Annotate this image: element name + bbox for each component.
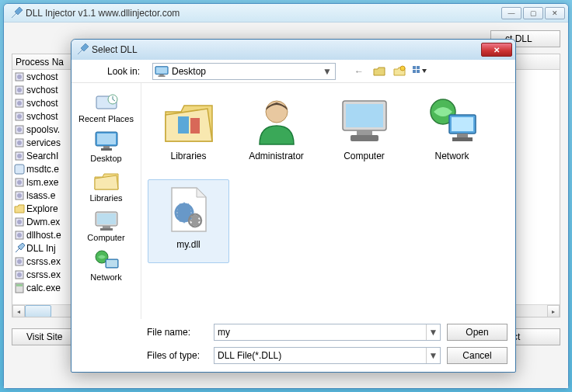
process-name: Explore	[26, 203, 58, 214]
places-bar: Recent PlacesDesktopLibrariesComputerNet…	[72, 83, 141, 319]
new-folder-icon[interactable]	[392, 64, 407, 79]
filename-label: File name:	[147, 327, 208, 338]
desktop-icon	[155, 65, 169, 78]
svg-rect-61	[457, 134, 468, 137]
file-label: Libraries	[170, 151, 206, 161]
svg-rect-56	[357, 130, 372, 135]
scroll-right-arrow[interactable]: ▸	[547, 305, 560, 317]
minimize-button[interactable]: —	[501, 7, 521, 19]
svg-rect-47	[100, 228, 113, 231]
svg-rect-36	[413, 70, 416, 73]
svg-rect-43	[101, 148, 112, 151]
process-name: svchost	[26, 98, 58, 109]
svg-point-26	[17, 272, 22, 277]
place-label: Recent Places	[78, 114, 134, 123]
process-name: DLL Inj	[26, 243, 56, 254]
process-name: services	[26, 137, 61, 148]
file-label: my.dll	[176, 239, 200, 250]
process-name: calc.exe	[26, 283, 61, 293]
file-item[interactable]: Computer	[323, 91, 405, 175]
svg-point-24	[17, 259, 22, 264]
svg-point-5	[17, 101, 22, 106]
svg-rect-45	[97, 213, 116, 224]
svg-rect-55	[346, 104, 383, 127]
process-name: dllhost.e	[26, 230, 61, 241]
svg-rect-31	[159, 74, 163, 75]
filename-input[interactable]	[214, 327, 426, 338]
filetype-arrow-icon: ▼	[426, 348, 440, 363]
view-menu-icon[interactable]	[412, 64, 427, 79]
place-item-libraries[interactable]: Libraries	[75, 165, 138, 205]
file-area[interactable]: LibrariesAdministratorComputerNetworkmy.…	[141, 83, 515, 319]
place-label: Network	[90, 272, 121, 282]
process-name: Dwm.ex	[26, 217, 60, 227]
maximize-button[interactable]: ▢	[523, 7, 543, 19]
filename-arrow-icon: ▼	[426, 324, 440, 340]
file-item[interactable]: Administrator	[235, 91, 317, 175]
place-label: Libraries	[89, 193, 122, 203]
filetype-combo[interactable]: ▼	[214, 347, 441, 364]
process-name: csrss.ex	[26, 269, 61, 280]
process-name: lsass.e	[26, 190, 55, 201]
file-item[interactable]: Libraries	[148, 91, 229, 175]
place-item-network[interactable]: Network	[75, 245, 138, 284]
svg-point-18	[17, 193, 22, 198]
scroll-left-arrow[interactable]: ◂	[12, 305, 25, 317]
file-item[interactable]: Network	[411, 91, 493, 175]
svg-rect-28	[16, 284, 23, 286]
up-icon[interactable]	[371, 64, 387, 79]
combo-arrow-icon: ▼	[321, 66, 333, 77]
place-item-computer[interactable]: Computer	[75, 205, 138, 245]
svg-point-16	[17, 180, 22, 185]
place-label: Computer	[87, 233, 124, 242]
svg-point-3	[17, 88, 22, 92]
svg-rect-37	[417, 70, 420, 73]
svg-rect-41	[97, 134, 116, 144]
process-name: SearchI	[26, 151, 58, 161]
svg-rect-62	[452, 137, 473, 141]
back-icon[interactable]: ←	[351, 64, 367, 79]
svg-rect-32	[159, 75, 166, 76]
filename-combo[interactable]: ▼	[214, 324, 441, 341]
cancel-button[interactable]: Cancel	[447, 347, 507, 364]
place-item-recent[interactable]: Recent Places	[75, 86, 138, 126]
app-icon	[10, 7, 23, 19]
dialog-titlebar[interactable]: Select DLL ✕	[72, 40, 515, 60]
main-titlebar[interactable]: DLL Injector v1.1 www.dllinjector.com — …	[4, 4, 568, 23]
svg-rect-14	[15, 165, 24, 174]
dialog-icon	[76, 43, 89, 56]
dialog-body: Recent PlacesDesktopLibrariesComputerNet…	[72, 83, 515, 319]
filetype-label: Files of type:	[147, 350, 208, 361]
file-label: Computer	[344, 151, 385, 161]
open-button[interactable]: Open	[447, 324, 507, 341]
process-name: svchost	[26, 85, 58, 95]
scroll-thumb[interactable]	[25, 305, 51, 317]
dialog-toolbar: Look in: Desktop ▼ ←	[72, 60, 515, 83]
process-name: csrss.ex	[26, 256, 61, 267]
svg-point-33	[400, 66, 405, 71]
file-item[interactable]: my.dll	[148, 179, 229, 263]
svg-rect-60	[452, 117, 473, 131]
svg-point-9	[17, 127, 22, 132]
place-label: Desktop	[90, 154, 121, 163]
lookin-value: Desktop	[172, 66, 321, 77]
svg-rect-46	[103, 226, 110, 228]
svg-rect-42	[103, 146, 110, 148]
svg-rect-30	[156, 67, 167, 73]
dialog-close-button[interactable]: ✕	[481, 43, 512, 57]
file-dialog: Select DLL ✕ Look in: Desktop ▼ ← Recent…	[71, 39, 516, 373]
dialog-bottom: File name: ▼ Open Files of type: ▼ Cance…	[72, 319, 515, 372]
svg-point-13	[17, 154, 22, 158]
svg-rect-34	[413, 66, 416, 69]
process-name: svchost	[26, 71, 58, 82]
process-name: lsm.exe	[26, 177, 58, 188]
svg-rect-51	[178, 116, 189, 134]
svg-rect-35	[417, 66, 420, 69]
visit-site-button[interactable]: Visit Site	[12, 328, 77, 345]
place-item-desktop[interactable]: Desktop	[75, 126, 138, 165]
filetype-input[interactable]	[214, 350, 426, 361]
svg-rect-57	[351, 135, 378, 141]
lookin-label: Look in:	[78, 66, 140, 77]
main-close-button[interactable]: ✕	[545, 7, 565, 19]
lookin-combo[interactable]: Desktop ▼	[152, 63, 336, 80]
